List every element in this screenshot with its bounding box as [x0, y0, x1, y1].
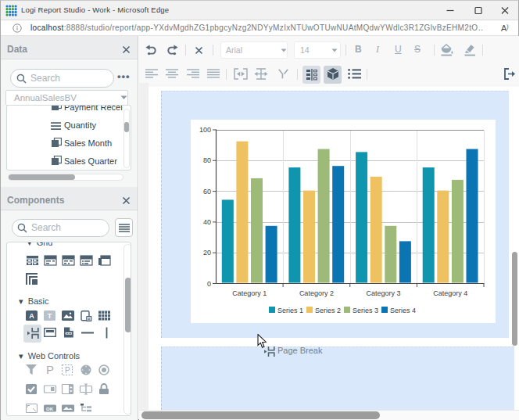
svg-text:P: P	[46, 364, 54, 376]
svg-text:20: 20	[203, 249, 211, 257]
svg-text:Category 1: Category 1	[232, 289, 267, 297]
svg-text:Category 2: Category 2	[299, 289, 334, 297]
svg-text:Category 3: Category 3	[367, 289, 401, 297]
svg-text:100: 100	[199, 126, 211, 134]
svg-text:OK: OK	[46, 407, 54, 411]
svg-text:A: A	[29, 312, 34, 320]
svg-text:Series 4: Series 4	[390, 307, 416, 314]
svg-text:Series 1: Series 1	[277, 307, 303, 314]
svg-text:80: 80	[203, 156, 211, 164]
svg-text:0: 0	[207, 280, 211, 288]
svg-text:T: T	[48, 312, 52, 320]
svg-text:60: 60	[203, 188, 211, 196]
svg-text:Series 2: Series 2	[315, 307, 341, 314]
svg-text:P: P	[65, 366, 70, 375]
svg-text:40: 40	[203, 218, 211, 226]
svg-text:Series 3: Series 3	[353, 307, 378, 314]
svg-text:Category 4: Category 4	[433, 289, 467, 297]
